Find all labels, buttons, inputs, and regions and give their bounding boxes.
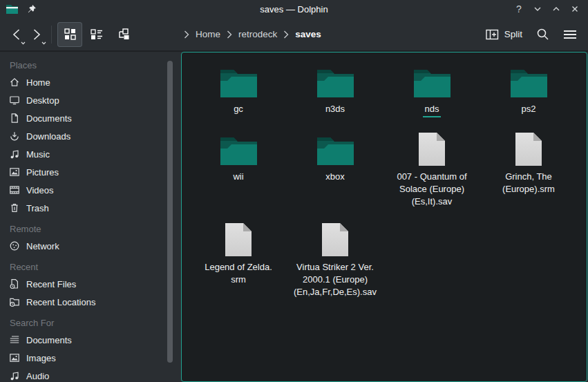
section-remote: Remote Network [0,221,181,255]
sidebar-item-documents[interactable]: Documents [0,109,181,127]
window-title: saves — Dolphin [0,4,588,15]
sidebar-item-label: Videos [26,185,54,195]
folder-view[interactable]: gc n3ds nds [181,52,587,382]
forward-button[interactable] [26,22,47,47]
section-search-for: Search For Documents Images [0,315,181,382]
sidebar-item-trash[interactable]: Trash [0,199,181,217]
text-lines-icon [9,334,20,345]
icons-view-button[interactable] [57,22,82,47]
folder-item-xbox[interactable]: xbox [287,131,383,183]
sidebar-item-recent-files[interactable]: Recent Files [0,275,181,293]
maximize-button[interactable] [550,3,562,15]
window-controls: ? [513,3,588,15]
search-button[interactable] [536,28,549,41]
file-icon [223,222,254,258]
pin-icon[interactable] [26,4,37,15]
back-dropdown-icon[interactable] [21,41,26,45]
breadcrumb-retrodeck[interactable]: retrodeck [238,29,277,39]
close-button[interactable] [569,3,581,15]
folder-icon [219,64,258,99]
app-folder-icon [6,4,19,15]
chevron-right-icon [184,30,189,39]
back-button[interactable] [6,22,26,47]
sidebar-item-desktop[interactable]: Desktop [0,91,181,109]
hamburger-icon [563,30,577,39]
section-title-places: Places [0,57,181,73]
hovered-item-label: nds [423,103,442,117]
sidebar-item-search-images[interactable]: Images [0,349,181,367]
sidebar-item-label: Documents [26,335,72,345]
folder-item-wii[interactable]: wii [190,131,287,183]
section-places: Places Home Desktop [0,57,181,217]
toolbar: Home retrodeck saves Split [0,18,588,52]
section-recent: Recent Recent Files Recent Loca [0,259,181,311]
split-button-label: Split [504,29,522,39]
breadcrumb: Home retrodeck saves [184,29,321,39]
item-label: nds [423,103,442,117]
hamburger-menu-button[interactable] [563,30,577,39]
item-label: xbox [325,171,344,183]
sidebar-item-home[interactable]: Home [0,73,181,91]
music-note-icon [9,149,20,160]
sidebar-item-pictures[interactable]: Pictures [0,163,181,181]
forward-dropdown-icon[interactable] [41,41,46,45]
breadcrumb-home[interactable]: Home [196,29,220,39]
sidebar-scrollbar[interactable] [167,61,173,363]
sidebar-item-label: Music [26,149,50,160]
details-view-icon [91,29,103,40]
file-item-007-quantum-of-solace[interactable]: 007 - Quantum of Solace (Europe) (Es,It)… [383,131,480,208]
sidebar-item-recent-locations[interactable]: Recent Locations [0,293,181,311]
folder-icon [509,64,549,99]
folder-item-gc[interactable]: gc [190,64,287,115]
tree-view-button[interactable] [111,22,136,47]
recent-locations-icon [9,296,20,307]
sidebar-item-network[interactable]: Network [0,237,181,255]
trash-icon [9,202,20,213]
help-button[interactable]: ? [513,3,525,15]
section-title-remote: Remote [0,221,181,237]
sidebar-item-videos[interactable]: Videos [0,181,181,199]
search-icon [536,28,549,41]
sidebar-item-search-audio[interactable]: Audio [0,367,181,382]
dolphin-window: saves — Dolphin ? [0,0,588,382]
item-label: Grinch, The (Europe).srm [502,171,555,195]
section-title-recent: Recent [0,259,181,275]
network-icon [9,240,20,251]
item-label: ps2 [522,103,536,115]
sidebar-item-search-documents[interactable]: Documents [0,331,181,349]
item-label: n3ds [325,103,345,115]
home-icon [9,77,20,88]
folder-icon [316,64,355,99]
chevron-right-icon [227,30,232,39]
titlebar[interactable]: saves — Dolphin ? [0,0,588,18]
folder-item-ps2[interactable]: ps2 [480,64,577,115]
sidebar-item-downloads[interactable]: Downloads [0,127,181,145]
tree-view-icon [117,28,130,40]
item-label: Legend of Zelda. srm [205,261,272,286]
file-item-virtua-striker-2[interactable]: Virtua Striker 2 Ver. 2000.1 (Europe) (E… [287,222,383,298]
file-item-grinch-the[interactable]: Grinch, The (Europe).srm [480,131,577,195]
folder-item-n3ds[interactable]: n3ds [287,64,383,115]
sidebar-item-label: Recent Files [26,279,76,289]
item-label: 007 - Quantum of Solace (Europe) (Es,It)… [397,171,466,208]
split-button[interactable]: Split [486,29,522,40]
minimize-button[interactable] [531,3,544,15]
breadcrumb-saves[interactable]: saves [295,29,321,39]
places-panel: Places Home Desktop [0,52,181,382]
sidebar-item-music[interactable]: Music [0,145,181,163]
section-title-search-for: Search For [0,315,181,331]
image-icon [9,352,20,363]
item-label: gc [234,103,243,115]
file-icon [513,131,544,167]
sidebar-item-label: Documents [26,113,72,124]
item-label: Virtua Striker 2 Ver. 2000.1 (Europe) (E… [294,261,377,298]
sidebar-item-label: Desktop [26,95,59,106]
folder-item-nds[interactable]: nds [383,64,480,117]
music-note-icon [9,370,20,381]
sidebar-item-label: Pictures [26,167,59,178]
details-view-button[interactable] [84,22,109,47]
document-icon [9,113,20,124]
file-item-legend-of-zelda[interactable]: Legend of Zelda. srm [190,222,287,286]
toolbar-separator [51,26,52,44]
toolbar-right: Split [486,28,588,41]
